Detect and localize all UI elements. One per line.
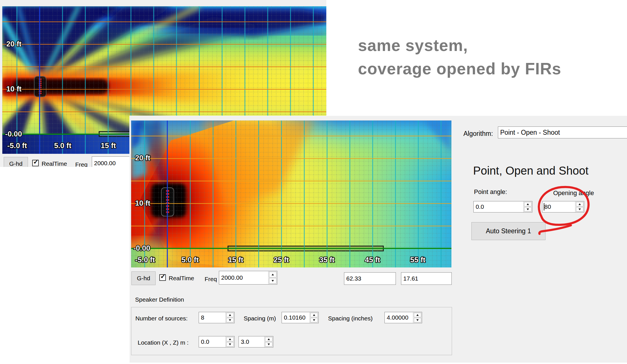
readout-field-2[interactable] [401,272,452,285]
spacing-inches-spinner [384,312,422,323]
ghd-button-label: G-hd [137,275,150,282]
x-axis-label: 45 ft [365,255,380,264]
up-arrow-icon [272,274,274,275]
check-icon: ✓ [160,273,166,280]
x-axis-label: -5.0 ft [7,141,27,150]
spin-down-button[interactable] [414,318,421,322]
spin-up-button[interactable] [226,313,234,317]
up-arrow-icon [229,314,231,316]
freq-spinner [219,271,277,285]
up-arrow-icon [579,203,581,205]
y-axis-label-zero: -0.00 [5,130,22,138]
down-arrow-icon [313,319,315,321]
x-axis-label: 25 ft [274,255,289,264]
caption-line-2: coverage opened by FIRs [358,57,561,80]
point-angle-input[interactable] [474,201,523,212]
down-arrow-icon [527,208,529,210]
ghd-button[interactable]: G-hd [131,271,156,285]
point-angle-label: Point angle: [474,188,507,196]
down-arrow-icon [268,343,270,345]
spin-up-button[interactable] [524,202,532,206]
spin-up-button[interactable] [226,337,234,341]
location-z-input[interactable] [239,336,264,347]
up-arrow-icon [416,314,419,316]
realtime-label: RealTime [42,160,67,167]
spacing-m-input[interactable] [282,312,310,323]
down-arrow-icon [416,319,419,321]
freq-label: Freq [75,161,87,167]
speaker-definition-group: Number of sources: Spacing (m) Spacing (… [131,307,452,355]
realtime-checkbox[interactable]: ✓ [159,274,166,281]
spin-up-button[interactable] [265,337,272,341]
x-axis-label: -5.0 ft [135,255,155,264]
y-axis-label-20ft: 20 ft [135,154,150,162]
spacing-m-label: Spacing (m) [244,315,276,322]
coverage-map-after[interactable]: 20 ft 10 ft -0.00 -5.0 ft 5.0 ft 15 ft 2… [131,120,451,267]
algorithm-label: Algorithm: [463,130,493,138]
x-axis-label: 15 ft [228,255,243,264]
ghd-button-label: G-hd [9,160,23,167]
y-axis-label-20ft: 20 ft [6,40,22,48]
down-arrow-icon [579,208,581,210]
y-axis-label-10ft: 10 ft [6,85,22,93]
location-label: Location (X , Z) m : [138,339,189,346]
location-x-spinner [199,336,235,347]
spin-down-button[interactable] [310,318,318,322]
up-arrow-icon [313,314,315,316]
y-axis-label-10ft: 10 ft [135,199,150,207]
x-axis-label: 35 ft [319,255,335,264]
caption-line-1: same system, [358,34,561,57]
text-cursor [544,203,544,210]
spin-down-button[interactable] [226,342,234,347]
down-arrow-icon [229,319,231,321]
auto-steering-button[interactable]: Auto Steering 1 [471,222,545,240]
panel-heading: Point, Open and Shoot [473,164,589,177]
spin-down-button[interactable] [265,342,272,347]
freq-input[interactable] [219,271,268,284]
algorithm-combobox[interactable] [498,126,627,138]
x-axis-label: 5.0 ft [54,141,72,150]
spin-down-button[interactable] [576,207,583,212]
down-arrow-icon [272,280,274,282]
x-axis-label: 55 ft [410,255,426,264]
realtime-label: RealTime [169,275,194,282]
spin-down-button[interactable] [269,278,276,284]
ghd-button[interactable]: G-hd [4,157,28,167]
spin-up-button[interactable] [269,272,276,277]
opening-angle-input[interactable] [542,201,575,212]
up-arrow-icon [268,338,270,340]
x-axis-label: 5.0 ft [182,255,199,264]
y-axis-label-zero: -0.00 [133,244,150,252]
spacing-m-spinner [282,312,319,323]
opening-angle-spinner [542,201,584,212]
check-icon: ✓ [33,158,39,165]
x-axis-label: 15 ft [101,141,116,150]
spin-down-button[interactable] [226,318,234,322]
opening-angle-label: Opening angle [553,189,594,197]
caption-text: same system, coverage opened by FIRs [358,34,561,80]
spacing-inches-label: Spacing (inches) [328,315,372,322]
location-z-spinner [239,336,273,347]
spin-up-button[interactable] [310,313,318,317]
spacing-inches-input[interactable] [385,312,413,323]
number-of-sources-input[interactable] [199,312,225,323]
realtime-checkbox[interactable]: ✓ [32,160,39,166]
readout-field-1[interactable] [344,272,396,285]
number-of-sources-spinner [199,312,235,323]
number-of-sources-label: Number of sources: [135,315,188,322]
location-x-input[interactable] [199,336,225,347]
auto-steering-button-label: Auto Steering 1 [486,227,531,235]
spin-up-button[interactable] [414,313,421,317]
down-arrow-icon [229,343,231,345]
simulation-window-after: 20 ft 10 ft -0.00 -5.0 ft 5.0 ft 15 ft 2… [129,116,627,363]
up-arrow-icon [527,203,529,205]
point-angle-spinner [473,201,532,212]
spin-up-button[interactable] [576,202,583,206]
speaker-definition-title: Speaker Definition [135,296,184,303]
freq-label: Freq [205,276,217,283]
spin-down-button[interactable] [524,207,532,212]
up-arrow-icon [229,338,231,340]
